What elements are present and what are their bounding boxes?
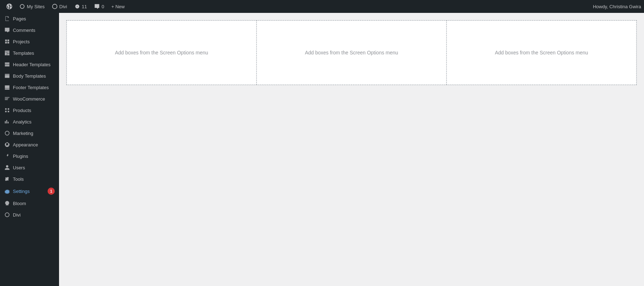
sidebar-label-woocommerce: WooCommerce: [13, 96, 45, 102]
sidebar-label-comments: Comments: [13, 28, 35, 33]
sidebar-label-settings: Settings: [13, 189, 30, 194]
sidebar-label-users: Users: [13, 165, 25, 170]
sidebar-item-products[interactable]: Products: [0, 105, 59, 116]
sidebar-item-header-templates[interactable]: Header Templates: [0, 59, 59, 70]
new-label: + New: [111, 4, 125, 9]
sidebar-item-comments[interactable]: Comments: [0, 24, 59, 36]
sidebar-label-footer-templates: Footer Templates: [13, 85, 49, 90]
main-content: Add boxes from the Screen Options menu A…: [59, 13, 644, 286]
svg-point-1: [5, 213, 9, 217]
sidebar-label-header-templates: Header Templates: [13, 62, 50, 67]
sidebar-label-body-templates: Body Templates: [13, 73, 46, 79]
main-layout: Pages Comments Projects Templates Header…: [0, 13, 644, 286]
sidebar-item-analytics[interactable]: Analytics: [0, 116, 59, 127]
admin-bar: My Sites Divi 11 0 + New Howdy, Christin…: [0, 0, 644, 13]
sidebar-label-appearance: Appearance: [13, 142, 38, 147]
dashboard-box-1: Add boxes from the Screen Options menu: [67, 20, 257, 85]
sidebar-label-bloom: Bloom: [13, 201, 26, 206]
sidebar-label-products: Products: [13, 108, 31, 113]
wp-logo-button[interactable]: [3, 0, 16, 13]
sidebar-label-plugins: Plugins: [13, 154, 28, 159]
sidebar-label-projects: Projects: [13, 39, 30, 44]
sidebar-label-analytics: Analytics: [13, 119, 31, 125]
comments-button[interactable]: 0: [91, 0, 108, 13]
dashboard-box-3-text: Add boxes from the Screen Options menu: [495, 50, 588, 55]
sidebar-item-users[interactable]: Users: [0, 162, 59, 173]
sidebar-item-projects[interactable]: Projects: [0, 36, 59, 47]
sidebar-item-tools[interactable]: Tools: [0, 173, 59, 185]
dashboard-box-2: Add boxes from the Screen Options menu: [257, 20, 447, 85]
sidebar-label-pages: Pages: [13, 16, 26, 21]
sidebar-item-appearance[interactable]: Appearance: [0, 139, 59, 150]
settings-wrapper: Settings 1 General 2 Writing Reading Dis…: [0, 185, 59, 198]
updates-count: 11: [82, 4, 87, 9]
sidebar-item-plugins[interactable]: Plugins: [0, 150, 59, 162]
sidebar-item-divi[interactable]: Divi: [0, 209, 59, 220]
howdy-text: Howdy, Christina Gwira: [593, 4, 641, 9]
sidebar-item-body-templates[interactable]: Body Templates: [0, 70, 59, 82]
divi-admin-button[interactable]: Divi: [48, 0, 71, 13]
sidebar-item-marketing[interactable]: Marketing: [0, 127, 59, 139]
new-content-button[interactable]: + New: [108, 0, 128, 13]
my-sites-label: My Sites: [27, 4, 45, 9]
sidebar-item-templates[interactable]: Templates: [0, 47, 59, 59]
sidebar-label-tools: Tools: [13, 176, 24, 182]
sidebar-label-marketing: Marketing: [13, 131, 33, 136]
sidebar-label-templates: Templates: [13, 50, 34, 56]
sidebar-item-woocommerce[interactable]: WooCommerce: [0, 93, 59, 105]
my-sites-button[interactable]: My Sites: [16, 0, 48, 13]
dashboard-box-1-text: Add boxes from the Screen Options menu: [115, 50, 208, 55]
dashboard-box-3: Add boxes from the Screen Options menu: [447, 20, 636, 85]
divi-admin-label: Divi: [59, 4, 67, 9]
sidebar-item-footer-templates[interactable]: Footer Templates: [0, 82, 59, 93]
sidebar: Pages Comments Projects Templates Header…: [0, 13, 59, 286]
settings-badge: 1: [48, 188, 55, 195]
sidebar-item-settings[interactable]: Settings 1: [0, 185, 59, 198]
svg-point-0: [52, 4, 57, 9]
comments-count: 0: [102, 4, 104, 9]
dashboard-boxes: Add boxes from the Screen Options menu A…: [66, 20, 637, 85]
updates-button[interactable]: 11: [71, 0, 91, 13]
sidebar-item-bloom[interactable]: Bloom: [0, 198, 59, 209]
sidebar-item-pages[interactable]: Pages: [0, 13, 59, 24]
sidebar-label-divi: Divi: [13, 212, 21, 218]
dashboard-box-2-text: Add boxes from the Screen Options menu: [305, 50, 398, 55]
